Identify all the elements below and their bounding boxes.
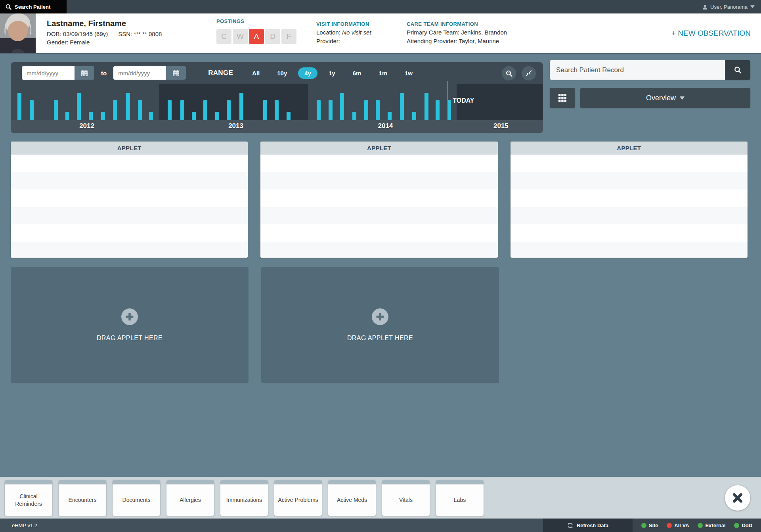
grid-icon — [558, 94, 566, 102]
user-menu[interactable]: User, Panorama — [702, 4, 761, 10]
search-patient-button[interactable]: Search Patient — [0, 0, 67, 13]
right-column: Overview — [550, 60, 750, 108]
patient-photo — [0, 13, 36, 53]
top-bar: Search Patient User, Panorama — [0, 0, 761, 13]
visit-information: VISIT INFORMATION Location: No visit set… — [316, 19, 371, 44]
postings-title: POSTINGS — [216, 18, 296, 24]
posting-flag-d[interactable]: D — [265, 29, 280, 44]
view-selector-row: Overview — [550, 88, 750, 108]
data-source-all-va[interactable]: All VA — [667, 522, 689, 528]
refresh-data-label: Refresh Data — [577, 522, 608, 528]
timeline-icon-buttons — [502, 66, 536, 80]
date-from-calendar-button[interactable] — [75, 66, 94, 80]
timeline-activity-bar — [239, 93, 243, 120]
timeline-chart[interactable]: TODAY — [11, 84, 543, 120]
zoom-out-button[interactable] — [502, 66, 516, 80]
collapse-arrows-icon — [526, 70, 532, 77]
date-to-input[interactable] — [113, 66, 166, 80]
posting-flag-w[interactable]: W — [233, 29, 248, 44]
search-record-button[interactable] — [725, 60, 750, 80]
applet-panel[interactable]: APPLET — [260, 142, 497, 258]
chevron-down-icon — [750, 5, 755, 8]
tray-card-label: Active Meds — [328, 484, 376, 516]
range-option-all[interactable]: All — [246, 67, 266, 79]
timeline-activity-bar — [424, 93, 428, 120]
view-selector-label: Overview — [646, 94, 676, 102]
timeline-activity-bar — [113, 100, 117, 120]
applet-header: APPLET — [511, 142, 748, 155]
applet-body — [11, 155, 248, 258]
timeline-year-label: 2013 — [228, 122, 243, 130]
search-patient-label: Search Patient — [15, 4, 50, 10]
tray-applet-labs[interactable]: Labs — [436, 480, 484, 516]
timeline-activity-bar — [400, 93, 404, 120]
timeline-activity-bar — [227, 100, 231, 120]
timeline-axis: 2012201320142015 — [11, 120, 543, 133]
tray-applet-documents[interactable]: Documents — [113, 480, 160, 516]
range-option-6m[interactable]: 6m — [346, 67, 368, 79]
timeline-activity-bar — [77, 93, 81, 120]
visit-information-title: VISIT INFORMATION — [316, 21, 371, 27]
tray-card-handle — [5, 480, 52, 484]
status-version-section: eHMP v1.2 — [0, 519, 543, 532]
patient-gender: Gender: Female — [47, 39, 162, 46]
view-selector-dropdown[interactable]: Overview — [580, 88, 750, 108]
user-menu-label: User, Panorama — [710, 4, 748, 10]
posting-flag-f[interactable]: F — [281, 29, 296, 44]
tray-card-handle — [382, 480, 430, 484]
tray-card-handle — [274, 480, 322, 484]
tray-applet-active-meds[interactable]: Active Meds — [328, 480, 376, 516]
applet-panel[interactable]: APPLET — [11, 142, 248, 258]
applet-panel[interactable]: APPLET — [511, 142, 748, 258]
today-label: TODAY — [453, 97, 474, 104]
tray-card-handle — [113, 480, 160, 484]
timeline-year-label: 2015 — [493, 122, 509, 130]
tray-card-handle — [436, 480, 484, 484]
range-option-10y[interactable]: 10y — [271, 67, 293, 79]
drag-applet-target[interactable]: DRAG APPLET HERE — [261, 267, 499, 383]
tray-applet-vitals[interactable]: Vitals — [382, 480, 430, 516]
visit-location-value: No visit set — [342, 29, 371, 36]
timeline-activity-bar — [54, 100, 58, 120]
workspace-grid-button[interactable] — [550, 88, 575, 108]
collapse-timeline-button[interactable] — [522, 66, 536, 80]
applet-body — [511, 155, 748, 258]
drag-applet-target[interactable]: DRAG APPLET HERE — [11, 267, 249, 383]
date-from-input[interactable] — [22, 66, 75, 80]
timeline-activity-bar — [436, 100, 440, 120]
date-to-calendar-button[interactable] — [166, 66, 186, 80]
tray-cards: Clinical RemindersEncountersDocumentsAll… — [5, 480, 490, 516]
data-source-dod[interactable]: DoD — [734, 522, 752, 528]
data-source-site[interactable]: Site — [641, 522, 658, 528]
drag-applet-label: DRAG APPLET HERE — [97, 335, 163, 342]
status-dot — [667, 523, 672, 528]
new-observation-button[interactable]: + NEW OBSERVATION — [671, 29, 751, 38]
data-source-external[interactable]: External — [698, 522, 725, 528]
range-option-4y[interactable]: 4y — [298, 67, 317, 79]
tray-applet-clinical-reminders[interactable]: Clinical Reminders — [5, 480, 52, 516]
range-option-1w[interactable]: 1w — [398, 67, 419, 79]
tray-card-label: Labs — [436, 484, 484, 516]
search-icon — [734, 66, 742, 74]
range-option-1y[interactable]: 1y — [322, 67, 342, 79]
posting-flag-a[interactable]: A — [249, 29, 264, 44]
timeline-year-label: 2012 — [79, 122, 94, 130]
tray-applet-encounters[interactable]: Encounters — [59, 480, 106, 516]
plus-icon — [121, 308, 138, 325]
status-dot — [698, 523, 703, 528]
timeline-activity-bar — [352, 112, 356, 120]
timeline-activity-bar — [168, 100, 172, 120]
search-record-input[interactable] — [550, 60, 725, 80]
refresh-data-button[interactable]: Refresh Data — [543, 519, 633, 532]
tray-applet-allergies[interactable]: Allergies — [166, 480, 214, 516]
timeline-activity-bar — [65, 112, 69, 120]
posting-flag-c[interactable]: C — [216, 29, 231, 44]
tray-applet-immunizations[interactable]: Immunizations — [220, 480, 268, 516]
range-option-1m[interactable]: 1m — [372, 67, 394, 79]
tray-applet-active-problems[interactable]: Active Problems — [274, 480, 322, 516]
close-tray-button[interactable] — [725, 485, 750, 511]
today-marker-line — [447, 81, 448, 120]
patient-demographics: Lastname, Firstname DOB: 03/09/1945 (69y… — [47, 19, 162, 46]
timeline-activity-bar — [329, 100, 333, 120]
timeline-activity-bar — [126, 93, 130, 120]
